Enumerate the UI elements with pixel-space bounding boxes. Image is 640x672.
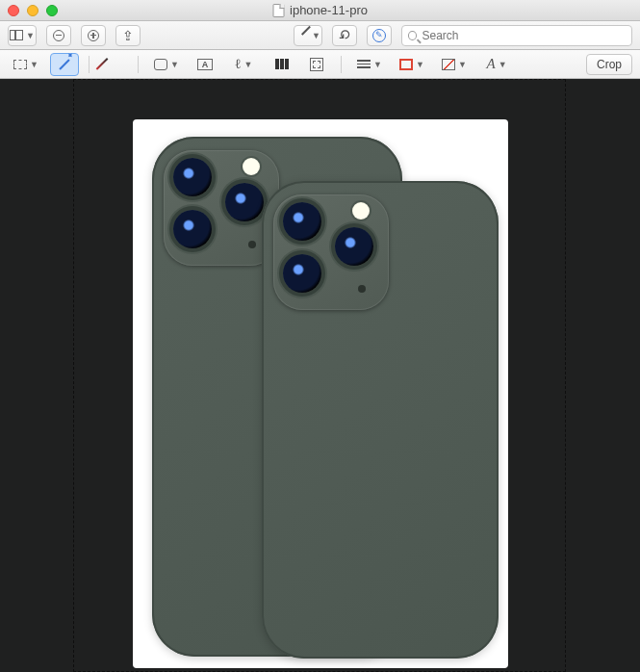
main-toolbar: ▼ ⇪ ▼ ⟲ ✎ (0, 21, 640, 50)
wand-icon (59, 59, 69, 69)
chevron-down-icon: ▼ (312, 31, 320, 40)
window-title-text: iphone-11-pro (290, 3, 368, 17)
highlight-button[interactable]: ▼ (294, 25, 322, 46)
camera-lens (173, 158, 212, 196)
zoom-in-button[interactable] (81, 25, 106, 46)
signature-icon: ℓ (235, 57, 242, 72)
border-color-button[interactable]: ▼ (394, 53, 430, 76)
instant-alpha-button[interactable] (50, 53, 79, 76)
share-button[interactable]: ⇪ (115, 25, 141, 46)
text-icon: A (197, 59, 213, 70)
divider (138, 56, 139, 73)
font-style-button[interactable]: A▼ (478, 53, 515, 76)
shape-icon (154, 59, 167, 70)
chevron-down-icon: ▼ (26, 31, 35, 40)
chevron-down-icon: ▼ (499, 60, 507, 69)
fill-color-button[interactable]: ▼ (436, 53, 473, 76)
sketch-button[interactable] (99, 53, 128, 76)
text-button[interactable]: A (191, 53, 219, 76)
minimize-window-button[interactable] (27, 5, 38, 16)
window-title: iphone-11-pro (272, 3, 368, 17)
document-image[interactable] (133, 119, 508, 668)
close-window-button[interactable] (8, 5, 19, 16)
divider (341, 56, 342, 73)
pen-icon (295, 29, 309, 42)
camera-lens (283, 254, 321, 293)
lines-icon (357, 60, 371, 68)
search-icon (408, 31, 417, 40)
rotate-icon: ⟲ (334, 25, 355, 46)
markup-toolbar: ▼ ▼ A ℓ▼ ▼ ▼ ▼ A▼ Crop (0, 50, 640, 79)
camera-mic (248, 241, 256, 248)
selection-tool-button[interactable]: ▼ (8, 53, 44, 76)
rotate-button[interactable]: ⟲ (332, 25, 357, 46)
camera-mic (358, 285, 366, 293)
maximize-window-button[interactable] (46, 5, 58, 16)
chevron-down-icon: ▼ (170, 60, 179, 69)
canvas-area[interactable] (0, 79, 640, 672)
divider (89, 56, 90, 73)
share-icon: ⇪ (122, 28, 134, 43)
zoom-out-icon (53, 30, 64, 41)
markup-toggle-button[interactable]: ✎ (367, 25, 392, 46)
font-icon: A (486, 56, 495, 72)
camera-lens (335, 227, 373, 266)
line-style-button[interactable]: ▼ (351, 53, 388, 76)
document-icon (272, 4, 284, 17)
fill-color-icon (442, 59, 455, 70)
crop-button[interactable]: Crop (586, 54, 632, 75)
camera-module (273, 194, 389, 310)
camera-flash (243, 158, 260, 175)
adjust-icon (275, 59, 289, 69)
search-input[interactable] (422, 29, 626, 42)
size-icon (310, 58, 323, 71)
chevron-down-icon: ▼ (373, 60, 382, 69)
adjust-color-button[interactable] (268, 53, 296, 76)
markup-icon: ✎ (372, 29, 386, 42)
chevron-down-icon: ▼ (458, 60, 467, 69)
zoom-out-button[interactable] (46, 25, 71, 46)
chevron-down-icon: ▼ (243, 60, 252, 69)
camera-flash (352, 202, 370, 220)
camera-lens (173, 210, 212, 248)
view-mode-button[interactable]: ▼ (8, 25, 37, 46)
chevron-down-icon: ▼ (416, 60, 424, 69)
camera-lens (225, 183, 264, 221)
window-titlebar: iphone-11-pro (0, 0, 640, 21)
phone-illustration-small (262, 181, 499, 659)
sign-button[interactable]: ℓ▼ (225, 53, 262, 76)
shapes-button[interactable]: ▼ (148, 53, 185, 76)
selection-icon (13, 60, 27, 69)
sketch-icon (107, 58, 120, 71)
zoom-in-icon (88, 30, 99, 41)
border-color-icon (399, 59, 413, 70)
sidebar-icon (10, 30, 23, 40)
camera-lens (283, 202, 321, 241)
adjust-size-button[interactable] (302, 53, 331, 76)
search-field[interactable] (401, 25, 632, 46)
chevron-down-icon: ▼ (30, 60, 38, 69)
